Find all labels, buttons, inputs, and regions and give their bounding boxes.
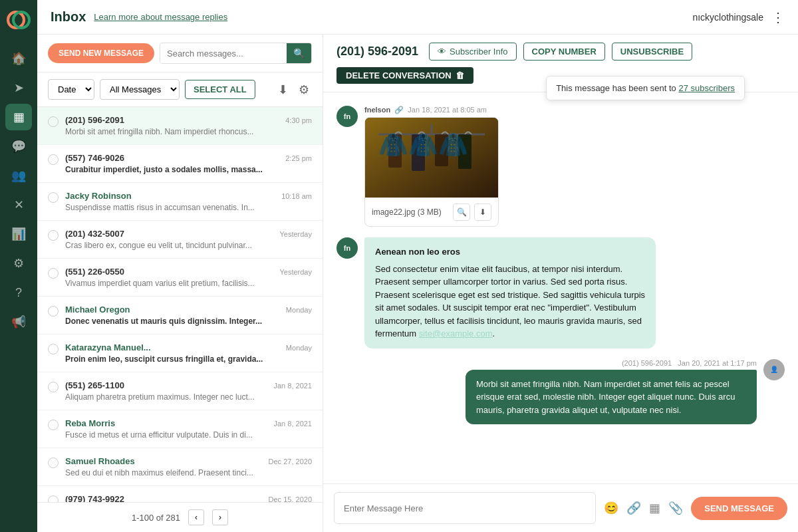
select-all-button[interactable]: SELECT ALL xyxy=(185,80,255,99)
conv-name-1: (201) 596-2091 xyxy=(65,115,124,125)
conv-checkbox-3[interactable] xyxy=(48,192,59,203)
emoji-button[interactable]: 😊 xyxy=(601,498,621,518)
nav-integrations[interactable]: ✕ xyxy=(5,192,32,218)
nav-inbox[interactable]: ▦ xyxy=(5,104,32,130)
nav-help[interactable]: ? xyxy=(5,279,32,306)
pagination-label: 1-100 of 281 xyxy=(132,513,180,523)
conv-item-6[interactable]: Michael Oregon Monday Donec venenatis ut… xyxy=(37,297,323,334)
conv-item-7[interactable]: Katarazyna Manuel... Monday Proin enim l… xyxy=(37,334,323,372)
conv-name-3: Jacky Robinson xyxy=(65,191,132,201)
compose-input[interactable] xyxy=(334,492,596,524)
conv-checkbox-9[interactable] xyxy=(48,420,59,430)
conv-checkbox-2[interactable] xyxy=(48,154,59,165)
conv-item-8[interactable]: (551) 265-1100 Jan 8, 2021 Aliquam phare… xyxy=(37,372,323,410)
conv-item-4[interactable]: (201) 432-5007 Yesterday Cras libero ex,… xyxy=(37,221,323,259)
zoom-image-button[interactable]: 🔍 xyxy=(453,203,470,221)
template-button[interactable]: ▦ xyxy=(646,498,663,518)
link-button[interactable]: 🔗 xyxy=(624,498,644,518)
conv-name-10: Samuel Rhoades xyxy=(65,456,135,466)
conv-checkbox-11[interactable] xyxy=(48,495,59,502)
nav-contacts[interactable]: 👥 xyxy=(5,162,32,189)
delete-conversation-button[interactable]: DELETE CONVERSATION 🗑 xyxy=(336,67,473,84)
search-input[interactable] xyxy=(160,44,287,63)
sidebar-nav: 🏠 ➤ ▦ 💬 👥 ✕ 📊 ⚙ ? 📢 xyxy=(0,0,37,532)
messages-toolbar: SEND NEW MESSAGE 🔍 xyxy=(37,35,323,72)
conv-time-7: Monday xyxy=(286,344,312,352)
header-menu-icon[interactable]: ⋮ xyxy=(771,9,785,25)
nav-settings[interactable]: ⚙ xyxy=(5,250,32,277)
conv-checkbox-1[interactable] xyxy=(48,116,59,127)
message-bubble-inbound: Aenean non leo eros Sed consectetur enim… xyxy=(364,237,656,348)
download-icon[interactable]: ⬇ xyxy=(275,80,291,100)
search-button[interactable]: 🔍 xyxy=(287,43,311,63)
unsubscribe-button[interactable]: UNSUBSCRIBE xyxy=(612,43,692,61)
conversation-list: (201) 596-2091 4:30 pm Morbi sit amet fr… xyxy=(37,107,323,502)
conv-preview-8: Aliquam pharetra pretium maximus. Intege… xyxy=(65,392,312,402)
next-page-button[interactable]: › xyxy=(212,509,228,525)
nav-analytics[interactable]: 📊 xyxy=(5,221,32,247)
nav-broadcast[interactable]: 📢 xyxy=(5,309,32,335)
conv-name-7: Katarazyna Manuel... xyxy=(65,342,151,352)
svg-rect-8 xyxy=(435,134,448,166)
message-row-1: fn fnelson 🔗 Jan 18, 2021 at 8:05 am xyxy=(336,106,785,227)
detail-panel: (201) 596-2091 👁 Subscriber Info COPY NU… xyxy=(323,35,798,532)
conv-preview-2: Curabitur imperdiet, justo a sodales mol… xyxy=(65,165,312,174)
subscribers-count-link[interactable]: 27 subscribers xyxy=(678,83,735,93)
main-area: Inbox Learn more about message replies n… xyxy=(37,0,798,532)
send-message-button[interactable]: SEND MESSAGE xyxy=(691,497,787,520)
conv-checkbox-5[interactable] xyxy=(48,268,59,279)
conv-name-4: (201) 432-5007 xyxy=(65,229,124,239)
conv-item-2[interactable]: (557) 746-9026 2:25 pm Curabitur imperdi… xyxy=(37,145,323,183)
conv-name-6: Michael Oregon xyxy=(65,305,130,315)
conv-name-8: (551) 265-1100 xyxy=(65,380,124,390)
conv-time-10: Dec 27, 2020 xyxy=(269,458,312,466)
conv-checkbox-10[interactable] xyxy=(48,458,59,468)
nav-send[interactable]: ➤ xyxy=(5,74,32,101)
subscriber-info-button[interactable]: 👁 Subscriber Info xyxy=(429,43,516,61)
conv-time-3: 10:18 am xyxy=(281,192,312,200)
message-row-3: 👤 (201) 596-2091 Jan 20, 2021 at 1:17 pm… xyxy=(336,359,785,425)
conv-time-11: Dec 15, 2020 xyxy=(269,495,312,503)
conv-checkbox-4[interactable] xyxy=(48,230,59,241)
conv-checkbox-8[interactable] xyxy=(48,382,59,392)
conv-name-2: (557) 746-9026 xyxy=(65,153,124,163)
conv-item-3[interactable]: Jacky Robinson 10:18 am Suspendisse matt… xyxy=(37,183,323,221)
download-image-button[interactable]: ⬇ xyxy=(474,203,491,221)
copy-number-button[interactable]: COPY NUMBER xyxy=(523,43,605,61)
svg-rect-6 xyxy=(388,134,402,168)
conv-preview-4: Cras libero ex, congue eu velit ut, tinc… xyxy=(65,241,312,250)
trash-icon: 🗑 xyxy=(456,70,464,80)
attach-button[interactable]: 📎 xyxy=(666,498,686,518)
filter-bar: Date All Messages SELECT ALL ⬇ ⚙ xyxy=(37,72,323,107)
conv-item-1[interactable]: (201) 596-2091 4:30 pm Morbi sit amet fr… xyxy=(37,107,323,145)
conv-checkbox-7[interactable] xyxy=(48,344,59,354)
send-new-button[interactable]: SEND NEW MESSAGE xyxy=(48,43,154,63)
date-filter[interactable]: Date xyxy=(48,79,94,100)
msg-meta-1: fnelson 🔗 Jan 18, 2021 at 8:05 am xyxy=(364,106,499,114)
conv-name-5: (551) 226-0550 xyxy=(65,267,124,277)
conv-time-9: Jan 8, 2021 xyxy=(274,420,313,428)
conv-item-10[interactable]: Samuel Rhoades Dec 27, 2020 Sed eu dui e… xyxy=(37,448,323,486)
conv-time-5: Yesterday xyxy=(279,268,312,276)
settings-icon[interactable]: ⚙ xyxy=(296,80,312,100)
prev-page-button[interactable]: ‹ xyxy=(188,509,204,525)
conv-item-5[interactable]: (551) 226-0550 Yesterday Vivamus imperdi… xyxy=(37,259,323,297)
conv-preview-3: Suspendisse mattis risus in accumsan ven… xyxy=(65,203,312,212)
msg-meta-3: (201) 596-2091 Jan 20, 2021 at 1:17 pm xyxy=(466,359,757,367)
learn-more-link[interactable]: Learn more about message replies xyxy=(94,12,227,22)
nav-home[interactable]: 🏠 xyxy=(5,45,32,72)
message-bubble-outbound: Morbi sit amet fringilla nibh. Nam imper… xyxy=(466,370,757,425)
message-type-filter[interactable]: All Messages xyxy=(100,79,180,100)
conv-checkbox-6[interactable] xyxy=(48,306,59,317)
conv-name-9: Reba Morris xyxy=(65,418,115,428)
detail-phone: (201) 596-2091 xyxy=(336,45,418,59)
nav-chat[interactable]: 💬 xyxy=(5,133,32,160)
app-logo[interactable] xyxy=(7,8,31,32)
top-header: Inbox Learn more about message replies n… xyxy=(37,0,798,35)
conv-item-9[interactable]: Reba Morris Jan 8, 2021 Fusce id metus e… xyxy=(37,410,323,448)
svg-rect-7 xyxy=(412,134,425,171)
conv-name-11: (979) 743-9922 xyxy=(65,494,124,502)
message-row-2: fn Aenean non leo eros Sed consectetur e… xyxy=(336,237,785,348)
messages-panel: SEND NEW MESSAGE 🔍 Date All Messages SEL… xyxy=(37,35,323,532)
conv-item-11[interactable]: (979) 743-9922 Dec 15, 2020 xyxy=(37,486,323,502)
